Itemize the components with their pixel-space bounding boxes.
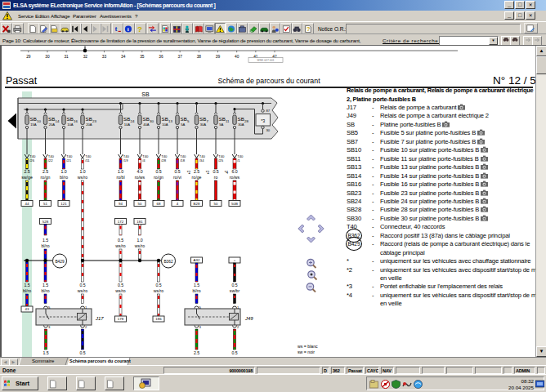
svg-text:SB: SB bbox=[143, 116, 150, 122]
svg-text:SB: SB bbox=[67, 116, 74, 122]
svg-text:ws/ro: ws/ro bbox=[135, 243, 145, 248]
svg-text:181: 181 bbox=[136, 220, 143, 224]
svg-text:5A: 5A bbox=[181, 122, 185, 127]
svg-text:10A: 10A bbox=[162, 122, 168, 127]
svg-text:31: 31 bbox=[64, 55, 69, 59]
svg-text:/19: /19 bbox=[123, 158, 128, 163]
svg-text:WSK 027 001: WSK 027 001 bbox=[257, 59, 275, 62]
svg-text:+: + bbox=[234, 258, 236, 262]
svg-text:*2: *2 bbox=[187, 171, 191, 175]
svg-text:121: 121 bbox=[60, 202, 67, 206]
svg-text:10A: 10A bbox=[67, 122, 74, 127]
svg-text:87: 87 bbox=[266, 109, 271, 113]
svg-text:/28: /28 bbox=[161, 158, 166, 163]
svg-text:ws/ro: ws/ro bbox=[115, 288, 126, 293]
svg-text:2.5: 2.5 bbox=[194, 350, 199, 355]
svg-text:1.0: 1.0 bbox=[79, 169, 85, 174]
svg-text:23: 23 bbox=[92, 119, 96, 123]
svg-text:bl/ro: bl/ro bbox=[41, 243, 49, 248]
svg-text:?: ? bbox=[306, 25, 310, 33]
svg-text:*3: *3 bbox=[261, 118, 265, 123]
svg-text:10A: 10A bbox=[124, 122, 131, 127]
svg-text:ro/gn: ro/gn bbox=[41, 175, 51, 180]
svg-text:178: 178 bbox=[118, 317, 124, 321]
svg-text:20A: 20A bbox=[49, 122, 56, 127]
svg-text:J17: J17 bbox=[95, 316, 104, 321]
svg-text:43: 43 bbox=[25, 307, 29, 311]
svg-text:172: 172 bbox=[118, 220, 124, 224]
svg-text:28: 28 bbox=[244, 119, 248, 123]
svg-text:SB: SB bbox=[86, 116, 92, 122]
svg-text:37: 37 bbox=[177, 55, 182, 59]
svg-text:0.5: 0.5 bbox=[231, 283, 237, 287]
svg-text:/21: /21 bbox=[66, 158, 71, 163]
svg-text:/4: /4 bbox=[142, 158, 145, 163]
svg-text:ws/ro: ws/ro bbox=[78, 288, 88, 293]
svg-text:20A: 20A bbox=[86, 122, 92, 127]
svg-text:/26: /26 bbox=[29, 158, 34, 163]
svg-text:ws/ro: ws/ro bbox=[78, 175, 88, 180]
svg-text:1.0: 1.0 bbox=[60, 169, 66, 174]
svg-text:SB: SB bbox=[123, 116, 130, 122]
svg-text:1.5: 1.5 bbox=[43, 238, 48, 243]
svg-text:1.5: 1.5 bbox=[43, 283, 48, 287]
svg-text:13: 13 bbox=[168, 119, 172, 123]
svg-text:14: 14 bbox=[56, 119, 60, 123]
svg-text:30A: 30A bbox=[200, 122, 207, 127]
svg-text:38: 38 bbox=[197, 55, 202, 59]
svg-text:sw = noir: sw = noir bbox=[298, 350, 315, 354]
svg-text:50: 50 bbox=[214, 202, 218, 206]
svg-text:2: 2 bbox=[237, 325, 239, 329]
svg-text:ws/ro: ws/ro bbox=[115, 243, 126, 248]
svg-text:5A: 5A bbox=[219, 122, 223, 127]
svg-text:/18: /18 bbox=[180, 158, 185, 163]
svg-text:/11: /11 bbox=[85, 158, 90, 163]
svg-text:30: 30 bbox=[150, 119, 154, 123]
svg-text:44: 44 bbox=[25, 202, 29, 206]
svg-text:15A: 15A bbox=[30, 122, 37, 127]
svg-text:0.5: 0.5 bbox=[79, 350, 85, 355]
svg-text:ro/bl: ro/bl bbox=[116, 175, 124, 180]
svg-text:32: 32 bbox=[83, 55, 88, 59]
svg-text:SB: SB bbox=[162, 116, 168, 122]
svg-text:SB: SB bbox=[48, 116, 55, 122]
svg-text:bl/ro: bl/ro bbox=[60, 175, 68, 180]
svg-text:sw/br: sw/br bbox=[230, 288, 240, 293]
svg-text:2.5: 2.5 bbox=[43, 169, 48, 174]
svg-text:bl/ro: bl/ro bbox=[192, 288, 200, 293]
svg-text:?: ? bbox=[137, 25, 142, 33]
svg-text:1.0: 1.0 bbox=[118, 169, 123, 174]
svg-text:/1: /1 bbox=[237, 158, 240, 163]
svg-text:34: 34 bbox=[121, 55, 126, 59]
svg-text:2.5: 2.5 bbox=[194, 169, 199, 174]
svg-text:ro/vi: ro/vi bbox=[173, 175, 181, 180]
svg-text:N° 12 / 5: N° 12 / 5 bbox=[493, 74, 535, 87]
svg-text:B362: B362 bbox=[163, 260, 173, 264]
svg-text:40: 40 bbox=[235, 55, 239, 59]
svg-text:30: 30 bbox=[45, 55, 50, 59]
svg-text:528: 528 bbox=[43, 220, 49, 224]
svg-text:3: 3 bbox=[199, 325, 202, 329]
svg-text:0.5: 0.5 bbox=[155, 283, 161, 287]
svg-text:SB: SB bbox=[238, 116, 244, 122]
svg-text:i: i bbox=[128, 26, 129, 33]
svg-text:/25: /25 bbox=[218, 158, 223, 163]
svg-text:0.5: 0.5 bbox=[118, 283, 123, 287]
svg-text:40A: 40A bbox=[143, 122, 150, 127]
svg-text:1.5: 1.5 bbox=[43, 350, 48, 355]
svg-text:t: t bbox=[115, 25, 118, 33]
svg-text:6.0: 6.0 bbox=[231, 169, 237, 174]
svg-text:SB: SB bbox=[199, 116, 206, 122]
svg-text:24: 24 bbox=[131, 119, 135, 123]
svg-text:ro: ro bbox=[214, 175, 218, 180]
svg-text:ro/ws: ro/ws bbox=[230, 175, 240, 180]
svg-text:bl/ro: bl/ro bbox=[23, 288, 31, 293]
svg-text:/34: /34 bbox=[199, 158, 204, 163]
svg-text:33: 33 bbox=[102, 55, 107, 59]
svg-text:4.0: 4.0 bbox=[136, 169, 142, 174]
svg-text:Schéma de parcours du courant: Schéma de parcours du courant bbox=[217, 77, 320, 85]
svg-text:30A: 30A bbox=[238, 122, 244, 127]
svg-text:/22: /22 bbox=[48, 158, 53, 163]
svg-text:186: 186 bbox=[155, 317, 162, 321]
svg-text:SB: SB bbox=[30, 116, 37, 122]
